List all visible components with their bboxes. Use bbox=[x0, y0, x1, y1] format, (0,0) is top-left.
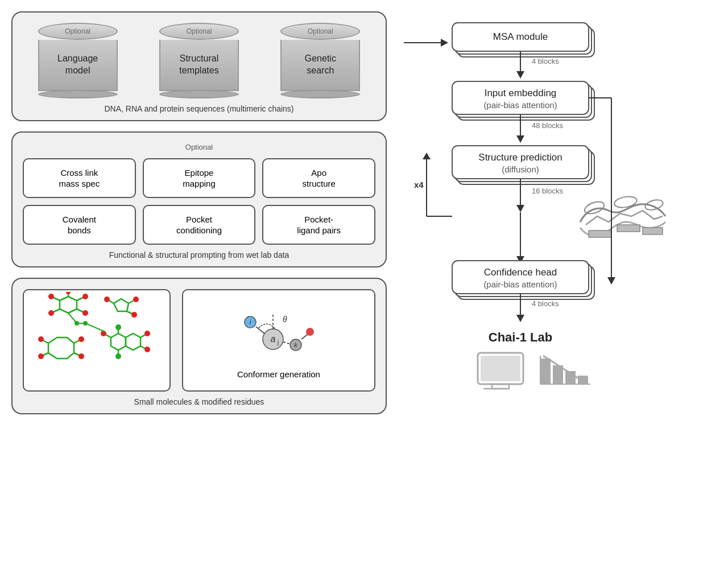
bottom-section-box: a j i k bbox=[11, 278, 387, 414]
svg-point-10 bbox=[66, 292, 71, 294]
cylinder-body-3: Genetic search bbox=[280, 40, 360, 91]
svg-marker-64 bbox=[516, 71, 524, 79]
svg-text:k: k bbox=[294, 341, 297, 348]
molecules-box bbox=[23, 289, 171, 392]
cylinder-text-2: Structural templates bbox=[175, 53, 223, 77]
svg-point-83 bbox=[614, 195, 638, 209]
svg-point-22 bbox=[78, 353, 84, 359]
svg-line-52 bbox=[283, 342, 290, 344]
conformer-label: Conformer generation bbox=[237, 369, 320, 379]
condition-apo: Apostructure bbox=[262, 158, 375, 198]
svg-point-15 bbox=[131, 312, 137, 318]
svg-point-5 bbox=[48, 294, 54, 299]
condition-pocket: Pocketconditioning bbox=[143, 205, 256, 245]
middle-optional-label: Optional bbox=[23, 143, 375, 151]
svg-text:(diffusion): (diffusion) bbox=[502, 164, 539, 174]
svg-point-43 bbox=[83, 321, 88, 326]
svg-text:48 blocks: 48 blocks bbox=[532, 121, 563, 130]
cylinder-body-2: Structural templates bbox=[159, 40, 239, 91]
svg-text:Chai-1 Lab: Chai-1 Lab bbox=[489, 330, 552, 344]
svg-text:(pair-bias attention): (pair-bias attention) bbox=[483, 100, 557, 110]
middle-section-label: Functional & structural prompting from w… bbox=[23, 250, 375, 260]
pipeline-svg: MSA module 4 blocks Input embedding (pai… bbox=[404, 11, 722, 546]
cylinder-top-3: Optional bbox=[280, 23, 360, 40]
svg-text:Structure prediction: Structure prediction bbox=[478, 152, 562, 163]
svg-text:Confidence head: Confidence head bbox=[484, 267, 557, 278]
svg-point-54 bbox=[306, 328, 314, 336]
svg-text:j: j bbox=[277, 339, 279, 345]
molecule-group-1 bbox=[48, 292, 88, 316]
svg-marker-103 bbox=[516, 315, 524, 322]
svg-point-32 bbox=[144, 331, 150, 336]
cylinder-genetic-search-shape: Optional Genetic search bbox=[280, 23, 360, 98]
conformer-box: a j i k bbox=[182, 289, 375, 392]
svg-marker-101 bbox=[607, 277, 615, 285]
top-section-box: Optional Language model Optional bbox=[11, 11, 387, 121]
cylinder-text-3: Genetic search bbox=[300, 53, 341, 77]
top-section-label: DNA, RNA and protein sequences (multimer… bbox=[23, 104, 375, 113]
cylinder-language-model: Optional Language model bbox=[32, 23, 123, 98]
svg-rect-86 bbox=[617, 225, 640, 232]
molecules-svg bbox=[26, 292, 168, 389]
bottom-content: a j i k bbox=[23, 289, 375, 392]
condition-pocket-ligand: Pocket-ligand pairs bbox=[262, 205, 375, 245]
condition-covalent: Covalentbonds bbox=[23, 205, 136, 245]
svg-marker-90 bbox=[423, 153, 431, 159]
svg-point-13 bbox=[133, 297, 139, 302]
svg-line-51 bbox=[256, 327, 264, 334]
svg-point-20 bbox=[78, 336, 84, 342]
svg-rect-110 bbox=[540, 359, 551, 384]
condition-cross-link: Cross linkmass spec bbox=[23, 158, 136, 198]
svg-line-39 bbox=[85, 323, 105, 332]
svg-marker-72 bbox=[516, 135, 524, 143]
cylinder-bottom-2 bbox=[159, 90, 239, 98]
main-container: Optional Language model Optional bbox=[0, 0, 728, 558]
cylinder-top-2: Optional bbox=[159, 23, 239, 40]
svg-rect-85 bbox=[589, 230, 611, 237]
cylinder-structural-templates-shape: Optional Structural templates bbox=[159, 23, 239, 98]
bottom-section-label: Small molecules & modified residues bbox=[23, 397, 375, 406]
condition-epitope: Epitopemapping bbox=[143, 158, 256, 198]
conformer-svg: a j i k bbox=[242, 302, 316, 365]
svg-text:Input embedding: Input embedding bbox=[485, 88, 557, 98]
cylinder-language-model-shape: Optional Language model bbox=[38, 23, 118, 98]
molecule-group-2 bbox=[104, 297, 139, 318]
cylinders-row: Optional Language model Optional bbox=[23, 23, 375, 98]
svg-rect-87 bbox=[643, 228, 663, 234]
svg-point-6 bbox=[48, 310, 54, 316]
cylinder-structural-templates: Optional Structural templates bbox=[154, 23, 245, 98]
svg-point-34 bbox=[144, 347, 150, 352]
svg-text:θ: θ bbox=[283, 315, 287, 324]
svg-text:MSA module: MSA module bbox=[493, 31, 548, 42]
svg-text:a: a bbox=[271, 334, 276, 344]
cylinder-body-1: Language model bbox=[38, 40, 118, 91]
svg-point-8 bbox=[82, 310, 88, 316]
svg-point-30 bbox=[115, 324, 121, 330]
cylinder-top-1: Optional bbox=[38, 23, 118, 40]
svg-point-7 bbox=[82, 294, 88, 299]
molecule-group-3 bbox=[38, 336, 84, 359]
svg-marker-27 bbox=[111, 334, 126, 350]
svg-point-42 bbox=[75, 321, 79, 326]
svg-marker-11 bbox=[114, 299, 129, 311]
middle-section-box: Optional Cross linkmass spec Epitopemapp… bbox=[11, 131, 387, 267]
left-panel: Optional Language model Optional bbox=[11, 11, 387, 546]
molecule-group-4 bbox=[101, 324, 150, 359]
svg-text:4 blocks: 4 blocks bbox=[532, 299, 559, 308]
svg-marker-0 bbox=[60, 297, 77, 313]
svg-text:x4: x4 bbox=[414, 180, 424, 190]
cylinder-text-1: Language model bbox=[53, 53, 102, 77]
svg-marker-58 bbox=[441, 39, 448, 47]
svg-point-17 bbox=[104, 297, 110, 302]
svg-text:16 blocks: 16 blocks bbox=[532, 187, 563, 195]
svg-text:4 blocks: 4 blocks bbox=[532, 57, 559, 65]
svg-marker-28 bbox=[126, 334, 140, 350]
svg-rect-109 bbox=[481, 356, 520, 381]
optional-label-2: Optional bbox=[160, 24, 238, 35]
svg-text:i: i bbox=[250, 318, 251, 326]
svg-point-24 bbox=[38, 336, 44, 342]
svg-point-26 bbox=[38, 353, 44, 359]
right-panel: MSA module 4 blocks Input embedding (pai… bbox=[387, 11, 717, 546]
cylinder-genetic-search: Optional Genetic search bbox=[275, 23, 366, 98]
conditions-grid: Cross linkmass spec Epitopemapping Apost… bbox=[23, 158, 375, 245]
